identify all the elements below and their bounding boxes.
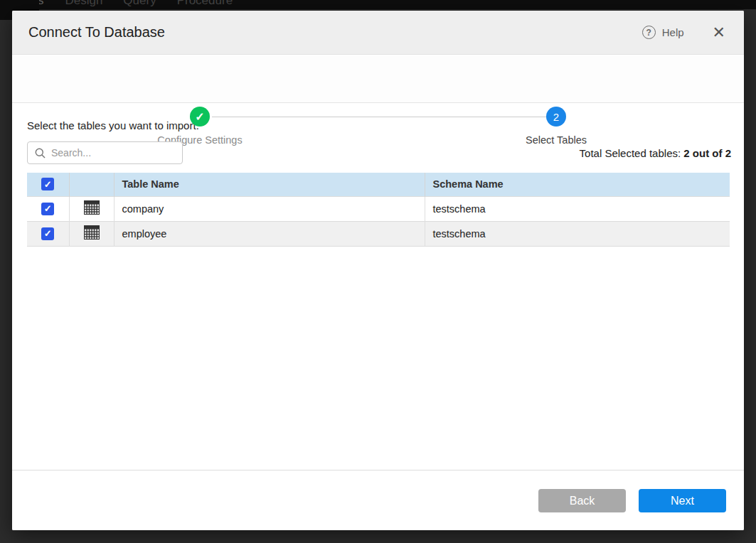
table-search-box[interactable]: [27, 141, 183, 164]
table-row: ✓: [27, 221, 730, 246]
step1-complete-circle: ✓: [190, 107, 210, 127]
menu-item-query[interactable]: Query: [123, 0, 156, 8]
background-menubar: Settings Design Query Procedure: [0, 0, 756, 9]
column-header-table-name: Table Name: [114, 173, 425, 196]
instruction-text: Select the tables you want to import.: [27, 119, 199, 131]
help-button[interactable]: ? Help: [642, 26, 684, 39]
help-icon: ?: [642, 26, 656, 39]
total-selected-tables: Total Selected tables: 2 out of 2: [580, 147, 731, 159]
table-grid-icon: [84, 225, 100, 242]
icon-column-header: [69, 173, 114, 196]
check-icon: ✓: [195, 110, 204, 124]
cell-schema-name: testschema: [425, 196, 730, 221]
row-checkbox[interactable]: ✓: [41, 203, 54, 215]
connect-to-database-dialog: Connect To Database ? Help ✕ ✓ Configure…: [12, 11, 744, 530]
step2-label: Select Tables: [492, 134, 620, 146]
cell-table-name: company: [114, 196, 425, 221]
menu-item-procedure[interactable]: Procedure: [177, 0, 233, 8]
step-select-tables[interactable]: 2 Select Tables: [492, 107, 620, 146]
step2-active-circle: 2: [546, 107, 566, 127]
search-input[interactable]: [51, 147, 172, 158]
dialog-title: Connect To Database: [28, 24, 642, 41]
dialog-footer: Back Next: [12, 470, 744, 530]
cell-schema-name: testschema: [425, 221, 730, 246]
row-checkbox[interactable]: ✓: [41, 227, 54, 240]
select-all-checkbox[interactable]: ✓: [41, 178, 54, 190]
total-selected-label: Total Selected tables:: [580, 147, 681, 159]
table-grid-icon: [84, 200, 100, 217]
total-selected-value: 2 out of 2: [683, 147, 731, 159]
table-row: ✓: [27, 196, 730, 221]
close-icon[interactable]: ✕: [713, 25, 725, 41]
help-label: Help: [662, 26, 684, 38]
table-header-row: ✓ Table Name Schema Name: [27, 173, 730, 196]
wizard-stepper: ✓ Configure Settings 2 Select Tables: [12, 55, 744, 103]
search-icon: [35, 148, 46, 158]
menu-item-design[interactable]: Design: [65, 0, 102, 8]
next-button[interactable]: Next: [639, 489, 726, 512]
column-header-schema-name: Schema Name: [425, 173, 730, 196]
cell-table-name: employee: [114, 221, 425, 246]
tables-list: ✓ Table Name Schema Name ✓: [27, 173, 730, 247]
dialog-header: Connect To Database ? Help ✕: [12, 11, 744, 55]
back-button[interactable]: Back: [538, 489, 626, 512]
